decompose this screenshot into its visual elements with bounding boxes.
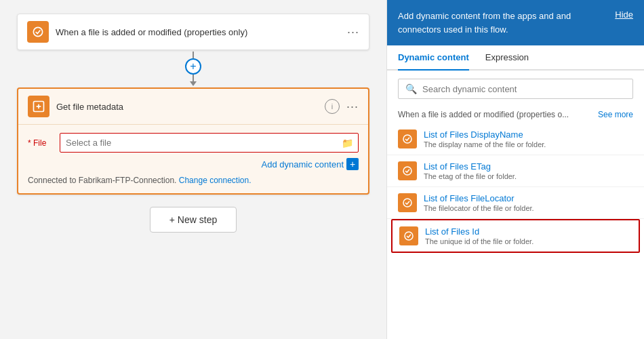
connection-info: Connected to Fabrikam-FTP-Connection. Ch… <box>28 176 359 185</box>
trigger-icon <box>27 21 49 43</box>
action-title: Get file metadata <box>56 102 318 112</box>
connector-arrow <box>190 81 197 86</box>
trigger-more-button[interactable]: ··· <box>347 25 359 39</box>
dynamic-item-text-2: List of Files FileLocator The filelocato… <box>424 193 534 212</box>
tab-expression[interactable]: Expression <box>485 45 529 71</box>
connector-line-bottom <box>193 75 194 81</box>
folder-icon: 📁 <box>342 138 353 148</box>
see-more-link[interactable]: See more <box>598 110 633 119</box>
action-step: Get file metadata i ··· * File 📁 Add dyn… <box>17 87 369 195</box>
file-input-wrapper: 📁 <box>60 133 359 153</box>
dynamic-item-text-1: List of Files ETag The etag of the file … <box>424 161 517 180</box>
dynamic-item-3[interactable]: List of Files Id The unique id of the fi… <box>391 219 640 253</box>
add-dynamic-label: Add dynamic content <box>262 159 344 170</box>
svg-point-5 <box>403 167 411 175</box>
section-header-text: When a file is added or modified (proper… <box>398 110 569 119</box>
dynamic-item-desc-0: The display name of the file or folder. <box>424 140 546 148</box>
dynamic-item-desc-2: The filelocator of the file or folder. <box>424 204 534 212</box>
panel-header-text: Add dynamic content from the apps and an… <box>398 9 604 36</box>
action-more-button[interactable]: ··· <box>346 100 359 114</box>
action-step-header: Get file metadata i ··· <box>18 89 368 125</box>
dynamic-item-icon-2 <box>398 193 417 212</box>
trigger-title: When a file is added or modified (proper… <box>56 27 340 37</box>
dynamic-item-desc-1: The etag of the file or folder. <box>424 172 517 180</box>
new-step-button[interactable]: + New step <box>150 207 237 233</box>
dynamic-item-icon-0 <box>398 129 417 148</box>
change-connection-link[interactable]: Change connection. <box>179 176 251 185</box>
dynamic-item-text-3: List of Files Id The unique id of the fi… <box>425 226 534 245</box>
dynamic-item-text-0: List of Files DisplayName The display na… <box>424 129 546 148</box>
trigger-step[interactable]: When a file is added or modified (proper… <box>17 14 369 50</box>
step-connector: + <box>185 52 201 86</box>
tab-dynamic-content[interactable]: Dynamic content <box>398 45 469 71</box>
dynamic-item-2[interactable]: List of Files FileLocator The filelocato… <box>387 187 644 219</box>
action-info-button[interactable]: i <box>325 99 340 114</box>
dynamic-item-title-2: List of Files FileLocator <box>424 193 534 203</box>
search-icon: 🔍 <box>405 83 417 94</box>
new-step-label: + New step <box>169 214 217 225</box>
add-dynamic-content-link[interactable]: Add dynamic content + <box>28 158 359 170</box>
add-dynamic-plus-icon: + <box>346 158 359 170</box>
dynamic-item-icon-3 <box>399 226 418 245</box>
add-step-button[interactable]: + <box>185 58 201 75</box>
svg-point-0 <box>33 27 42 36</box>
dynamic-item-0[interactable]: List of Files DisplayName The display na… <box>387 123 644 155</box>
connection-text: Connected to Fabrikam-FTP-Connection. <box>28 176 176 185</box>
dynamic-item-title-3: List of Files Id <box>425 226 534 237</box>
dynamic-item-icon-1 <box>398 161 417 180</box>
dynamic-content-list: List of Files DisplayName The display na… <box>387 123 644 339</box>
action-icon <box>28 96 49 117</box>
svg-point-6 <box>403 199 411 207</box>
plus-icon: + <box>190 61 196 72</box>
search-input[interactable] <box>422 84 626 94</box>
file-field-label: * File <box>28 138 52 148</box>
dynamic-item-title-0: List of Files DisplayName <box>424 129 546 140</box>
action-step-body: * File 📁 Add dynamic content + Connected… <box>18 125 368 193</box>
panel-header: Add dynamic content from the apps and an… <box>387 0 644 45</box>
panel-tabs: Dynamic content Expression <box>387 45 644 71</box>
svg-point-7 <box>405 232 413 240</box>
hide-panel-button[interactable]: Hide <box>615 9 633 20</box>
dynamic-content-panel: Add dynamic content from the apps and an… <box>386 0 644 339</box>
dynamic-item-1[interactable]: List of Files ETag The etag of the file … <box>387 155 644 187</box>
flow-canvas: When a file is added or modified (proper… <box>0 0 386 339</box>
connector-line-top <box>193 52 194 58</box>
file-field-row: * File 📁 <box>28 133 359 153</box>
section-header: When a file is added or modified (proper… <box>387 107 644 123</box>
file-input[interactable] <box>60 133 359 153</box>
search-box: 🔍 <box>398 79 633 99</box>
dynamic-item-title-1: List of Files ETag <box>424 161 517 172</box>
dynamic-item-desc-3: The unique id of the file or folder. <box>425 237 534 245</box>
svg-point-4 <box>403 135 411 143</box>
